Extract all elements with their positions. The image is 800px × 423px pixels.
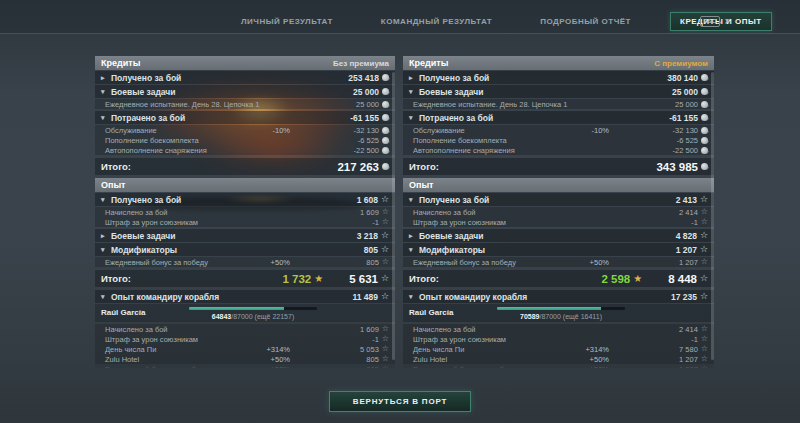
row-value: -1☆: [372, 218, 389, 227]
progress-current: 64843: [212, 313, 231, 320]
row-label: Боевые задачи: [111, 87, 176, 97]
tab-personal-result[interactable]: ЛИЧНЫЙ РЕЗУЛЬТАТ: [232, 13, 342, 30]
result-row[interactable]: ▾Модификаторы805☆: [95, 243, 395, 256]
total-value: 5 631☆: [349, 273, 389, 285]
row-amount: -22 500: [354, 146, 379, 155]
credits-icon: [701, 101, 708, 108]
commander-xp-header-row[interactable]: ▾Опыт командиру корабля17 235☆: [403, 290, 714, 303]
row-amount: 1 207: [679, 365, 698, 369]
row-label: Начислено за бой: [105, 325, 168, 334]
premium-mode-label: С премиумом: [654, 59, 708, 68]
total-amount: 343 985: [656, 161, 698, 173]
row-value: 1 608☆: [357, 195, 389, 205]
collapse-arrow-down-icon[interactable]: ▾: [101, 246, 111, 254]
commander-xp-header-row[interactable]: ▾Опыт командиру корабля11 489☆: [95, 290, 395, 303]
result-row: Штраф за урон союзникам-1☆: [95, 217, 395, 227]
collapse-arrow-down-icon[interactable]: ▾: [409, 293, 419, 301]
tab-team-result[interactable]: КОМАНДНЫЙ РЕЗУЛЬТАТ: [372, 13, 501, 30]
row-amount: 25 000: [672, 87, 698, 97]
row-value: -32 130: [354, 126, 389, 135]
result-row[interactable]: ▾Боевые задачи25 000: [95, 85, 395, 98]
row-value: 25 000: [353, 87, 389, 97]
result-row: Штраф за урон союзникам-1☆: [403, 217, 714, 227]
progress-track: [189, 307, 317, 310]
tab-detailed-report[interactable]: ПОДРОБНЫЙ ОТЧЁТ: [531, 13, 640, 30]
credits-icon: [382, 127, 389, 134]
row-amount: 805: [366, 258, 379, 267]
row-label: Опыт командиру корабля: [111, 292, 219, 302]
results-panel-premium: КредитыС премиумом▸Получено за бой380 14…: [403, 56, 714, 368]
bonus-amount: 1 732: [282, 273, 311, 285]
xp-star-icon: ☆: [382, 218, 389, 226]
commander-name: Raúl García: [409, 307, 497, 320]
result-row[interactable]: ▸Получено за бой380 140: [403, 71, 714, 84]
result-row: Штраф за урон союзникам-1☆: [95, 334, 395, 344]
row-amount: 2 414: [679, 208, 698, 217]
progress-fill: [189, 307, 284, 310]
row-amount: 25 000: [356, 100, 379, 109]
row-amount: 2 413: [676, 195, 697, 205]
credits-total-row: Итого:217 263: [95, 158, 395, 175]
result-row[interactable]: ▾Получено за бой2 413☆: [403, 193, 714, 206]
section-header: КредитыБез премиума: [95, 56, 395, 70]
row-label: Боевые задачи: [419, 87, 484, 97]
scrollbar-thumb[interactable]: [392, 72, 395, 360]
row-label: Пополнение боекомплекта: [105, 136, 199, 145]
result-row[interactable]: ▾Модификаторы1 207☆: [403, 243, 714, 256]
result-row: Пополнение боекомплекта-6 525: [95, 135, 395, 145]
credits-icon: [382, 163, 389, 170]
xp-star-icon: ☆: [381, 292, 389, 301]
row-label: Штраф за урон союзникам: [105, 335, 198, 344]
row-label: Модификаторы: [111, 245, 177, 255]
scrollbar-thumb[interactable]: [711, 72, 714, 360]
return-to-port-button[interactable]: ВЕРНУТЬСЯ В ПОРТ: [329, 391, 471, 412]
progress-remaining: (ещё 22157): [255, 313, 295, 320]
collapse-arrow-down-icon[interactable]: ▾: [409, 88, 419, 96]
credits-icon: [382, 74, 389, 81]
total-amount: 8 448: [668, 273, 697, 285]
progress-remaining: (ещё 16411): [563, 313, 602, 320]
result-row[interactable]: ▸Боевые задачи4 828☆: [403, 229, 714, 242]
collapse-arrow-down-icon[interactable]: ▾: [101, 293, 111, 301]
row-label: Ежедневный бонус за победу: [105, 365, 208, 369]
row-amount: 1 609: [360, 208, 379, 217]
xp-star-icon: ☆: [381, 231, 389, 240]
collapse-arrow-right-icon[interactable]: ▸: [409, 74, 419, 82]
result-row: Начислено за бой2 414☆: [403, 324, 714, 334]
row-value: 11 489☆: [352, 292, 389, 302]
xp-total-row: Итого:2 598★8 448☆: [403, 270, 714, 287]
row-value: 805☆: [366, 355, 389, 364]
credits-icon: [382, 114, 389, 121]
result-row: Начислено за бой1 609☆: [95, 324, 395, 334]
collapse-arrow-right-icon[interactable]: ▸: [101, 74, 111, 82]
collapse-arrow-right-icon[interactable]: ▸: [409, 232, 419, 240]
result-row: Штраф за урон союзникам-1☆: [403, 334, 714, 344]
collapse-arrow-down-icon[interactable]: ▾: [101, 114, 111, 122]
progress-total: /87000: [231, 313, 252, 320]
row-label: Ежедневное испытание. День 28. Цепочка 1: [413, 100, 567, 109]
row-amount: -1: [691, 218, 698, 227]
collapse-arrow-down-icon[interactable]: ▾: [409, 114, 419, 122]
result-row[interactable]: ▾Потрачено за бой-61 155: [95, 111, 395, 124]
credits-icon: [382, 88, 389, 95]
collapse-arrow-down-icon[interactable]: ▾: [101, 88, 111, 96]
result-row[interactable]: ▾Потрачено за бой-61 155: [403, 111, 714, 124]
row-amount: 1 609: [360, 325, 379, 334]
row-label: Опыт командиру корабля: [419, 292, 527, 302]
collapse-arrow-down-icon[interactable]: ▾: [409, 246, 419, 254]
result-row[interactable]: ▾Боевые задачи25 000: [403, 85, 714, 98]
collapse-arrow-down-icon[interactable]: ▾: [409, 196, 419, 204]
top-tab-bar: ЛИЧНЫЙ РЕЗУЛЬТАТ КОМАНДНЫЙ РЕЗУЛЬТАТ ПОД…: [0, 0, 800, 34]
gold-star-icon: ★: [314, 274, 323, 284]
collapse-arrow-down-icon[interactable]: ▾: [101, 196, 111, 204]
row-value: 25 000: [675, 100, 708, 109]
row-amount: 7 580: [679, 345, 698, 354]
result-row[interactable]: ▸Боевые задачи3 218☆: [95, 229, 395, 242]
result-row[interactable]: ▸Получено за бой253 418: [95, 71, 395, 84]
close-icon[interactable]: ×: [724, 17, 730, 27]
row-label: Получено за бой: [419, 73, 489, 83]
total-label: Итого:: [409, 273, 439, 284]
commander-progress: 70589/87000 (ещё 16411): [497, 307, 625, 320]
result-row[interactable]: ▾Получено за бой1 608☆: [95, 193, 395, 206]
collapse-arrow-right-icon[interactable]: ▸: [101, 232, 111, 240]
